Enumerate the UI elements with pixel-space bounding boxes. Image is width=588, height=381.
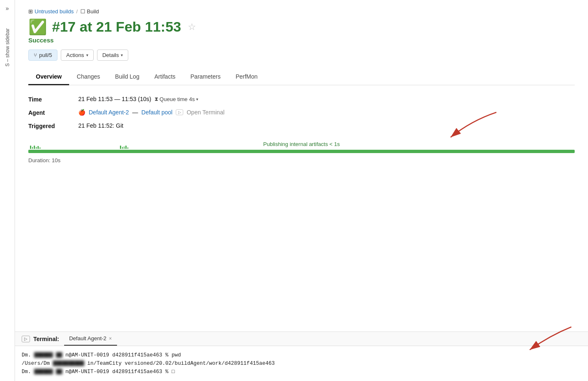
details-chevron-icon: ▾ xyxy=(121,53,123,57)
terminal-line2-start: /Users/Dm xyxy=(22,361,50,366)
open-terminal-icon: ▷ xyxy=(176,109,183,115)
build-status: Success xyxy=(28,37,575,44)
terminal-line2-blurred: ██████████ xyxy=(53,361,84,366)
time-range: 21 Feb 11:53 — 11:53 (10s) xyxy=(78,96,151,102)
terminal-line1-user: n@AM-UNIT-0019 d428911f415ae463 % pwd xyxy=(65,352,181,358)
terminal-line3-blurred: ██████ ██ xyxy=(34,369,62,375)
agent-value: 🍎 Default Agent-2 — Default pool ▷ Open … xyxy=(78,109,575,116)
terminal-panel: ▷ Terminal: Default Agent-2 × Dm. ██████… xyxy=(15,332,588,381)
terminal-tab-bar: ▷ Terminal: Default Agent-2 × xyxy=(15,332,588,346)
breadcrumb-link-builds[interactable]: Untrusted builds xyxy=(35,8,74,15)
queue-chevron-icon: ▾ xyxy=(196,97,198,101)
agent-pool-link[interactable]: Default pool xyxy=(142,109,173,116)
timeline-label: Publishing internal artifacts < 1s xyxy=(28,141,575,147)
queue-time-button[interactable]: ⧗ Queue time 4s ▾ xyxy=(154,96,198,102)
build-timeline: Publishing internal artifacts < 1s xyxy=(28,141,575,163)
tab-changes[interactable]: Changes xyxy=(69,69,107,85)
triggered-label: Triggered xyxy=(28,122,78,129)
timeline-bar xyxy=(28,150,575,153)
terminal-line3-end: n@AM-UNIT-0019 d428911f415ae463 % □ xyxy=(65,369,175,375)
time-label: Time xyxy=(28,95,78,103)
terminal-line3-prefix: Dm. xyxy=(22,369,31,375)
actions-row: ⑂ pull/5 Actions ▾ Details ▾ xyxy=(28,49,575,61)
tab-perfmon[interactable]: PerfMon xyxy=(228,69,265,85)
actions-button[interactable]: Actions ▾ xyxy=(61,49,94,61)
build-number: #17 at 21 Feb 11:53 xyxy=(52,19,181,35)
details-button[interactable]: Details ▾ xyxy=(97,49,129,61)
terminal-body: Dm. ██████ ██ n@AM-UNIT-0019 d428911f415… xyxy=(15,346,588,381)
actions-label: Actions xyxy=(66,52,84,58)
grid-icon: ⊞ xyxy=(28,8,33,15)
duration-text: Duration: 10s xyxy=(28,157,575,163)
favorite-star-icon[interactable]: ☆ xyxy=(188,22,196,32)
agent-name-link[interactable]: Default Agent-2 xyxy=(89,109,129,116)
actions-chevron-icon: ▾ xyxy=(86,53,88,57)
hourglass-icon: ⧗ xyxy=(154,96,158,102)
terminal-line-2: /Users/Dm ██████████ in/TeamCity version… xyxy=(22,359,581,368)
agent-sep: — xyxy=(132,109,138,116)
apple-os-icon: 🍎 xyxy=(78,109,85,116)
overview-section: Time 21 Feb 11:53 — 11:53 (10s) ⧗ Queue … xyxy=(15,85,588,168)
square-icon: ☐ xyxy=(80,8,85,15)
branch-button[interactable]: ⑂ pull/5 xyxy=(28,49,57,61)
time-value: 21 Feb 11:53 — 11:53 (10s) ⧗ Queue time … xyxy=(78,95,575,103)
breadcrumb-build: Build xyxy=(87,8,99,15)
breadcrumb: ⊞ Untrusted builds / ☐ Build xyxy=(28,8,575,15)
timeline-bar-fill xyxy=(28,150,575,153)
build-title-row: ✅ #17 at 21 Feb 11:53 ☆ xyxy=(28,19,575,35)
top-area: ⊞ Untrusted builds / ☐ Build ✅ #17 at 21… xyxy=(15,0,588,85)
branch-icon: ⑂ xyxy=(34,52,37,58)
terminal-tab-agent[interactable]: Default Agent-2 × xyxy=(64,332,117,346)
terminal-line-3: Dm. ██████ ██ n@AM-UNIT-0019 d428911f415… xyxy=(22,368,581,376)
terminal-line1-prefix: Dm. xyxy=(22,352,31,358)
details-label: Details xyxy=(102,52,119,58)
triggered-value: 21 Feb 11:52: Git xyxy=(78,122,575,129)
sidebar-strip: » S – show sidebar xyxy=(0,0,15,381)
tab-build-log[interactable]: Build Log xyxy=(107,69,147,85)
terminal-line1-blurred: ██████ ██ xyxy=(34,352,62,358)
tabs-bar: Overview Changes Build Log Artifacts Par… xyxy=(28,69,575,85)
open-terminal-label[interactable]: Open Terminal xyxy=(187,109,224,116)
expand-sidebar-icon[interactable]: » xyxy=(6,5,9,12)
tab-parameters[interactable]: Parameters xyxy=(183,69,228,85)
agent-label: Agent xyxy=(28,109,78,116)
tab-artifacts[interactable]: Artifacts xyxy=(147,69,183,85)
breadcrumb-sep: / xyxy=(76,8,78,15)
content-wrapper: Time 21 Feb 11:53 — 11:53 (10s) ⧗ Queue … xyxy=(15,85,588,381)
terminal-title-label: Terminal: xyxy=(33,332,59,346)
tab-overview[interactable]: Overview xyxy=(28,69,69,85)
sidebar-toggle-label[interactable]: S – show sidebar xyxy=(5,28,10,67)
breadcrumb-icon-build: ☐ Build xyxy=(80,8,99,15)
queue-time-label: Queue time 4s xyxy=(159,96,195,102)
terminal-panel-icon: ▷ xyxy=(22,336,30,342)
breadcrumb-icon-builds: ⊞ Untrusted builds xyxy=(28,8,74,15)
main-content: ⊞ Untrusted builds / ☐ Build ✅ #17 at 21… xyxy=(15,0,588,381)
branch-label: pull/5 xyxy=(39,52,52,58)
terminal-close-button[interactable]: × xyxy=(109,336,112,341)
terminal-tab-name: Default Agent-2 xyxy=(69,335,107,341)
info-table: Time 21 Feb 11:53 — 11:53 (10s) ⧗ Queue … xyxy=(28,95,575,129)
terminal-line2-end: in/TeamCity versioned/20.02/buildAgent/w… xyxy=(87,361,275,366)
terminal-line-1: Dm. ██████ ██ n@AM-UNIT-0019 d428911f415… xyxy=(22,351,581,359)
success-check-icon: ✅ xyxy=(28,20,47,35)
